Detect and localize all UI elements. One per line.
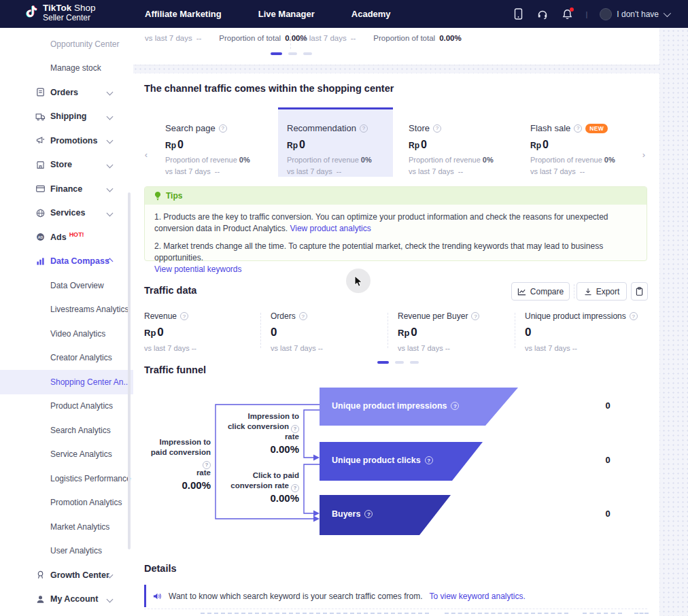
help-icon[interactable]: ? <box>425 456 433 464</box>
nav-affiliate-marketing[interactable]: Affiliate Marketing <box>145 9 222 19</box>
currency-prefix: Rp <box>165 141 176 150</box>
channel-tab-flash-sale[interactable]: Flash sale?NEW Rp0 Proportion of revenue… <box>521 107 636 177</box>
help-icon[interactable]: ? <box>630 312 638 320</box>
funnel-label-clicks: Unique product clicks? <box>332 456 433 465</box>
tab-value: 0 <box>421 139 427 150</box>
compare-button[interactable]: Compare <box>511 282 570 301</box>
sidebar-item-help-center[interactable]: ? Help Center <box>0 611 133 616</box>
help-icon[interactable]: ? <box>574 124 582 133</box>
notification-dot <box>570 7 574 12</box>
tips-panel: Tips 1. Products are the key to traffic … <box>144 186 647 261</box>
nav-live-manager[interactable]: Live Manager <box>258 9 315 19</box>
summary-trend: -- <box>196 34 202 42</box>
rate-value: 0.00% <box>143 480 211 490</box>
carousel-right-arrow[interactable]: › <box>639 137 649 171</box>
sidebar-item-finance[interactable]: Finance <box>0 177 133 201</box>
sidebar-item-video-analytics[interactable]: Video Analytics <box>0 322 133 346</box>
sidebar-item-my-account[interactable]: My Account <box>0 587 133 612</box>
funnel-value-buyers: 0 <box>596 509 620 519</box>
mobile-app-icon[interactable] <box>512 8 524 20</box>
sidebar-item-search-analytics[interactable]: Search Analytics <box>0 418 133 443</box>
pagination-dot[interactable] <box>410 361 419 364</box>
help-icon[interactable]: ? <box>180 312 188 320</box>
tab-label: Flash sale <box>530 123 570 133</box>
help-icon[interactable]: ? <box>291 425 299 433</box>
sidebar-item-product-analytics[interactable]: Product Analytics <box>0 394 133 419</box>
funnel-value-impressions: 0 <box>596 400 620 411</box>
help-icon[interactable]: ? <box>451 402 459 410</box>
export-download-icon <box>584 288 592 296</box>
sidebar-item-market-analytics[interactable]: Market Analytics <box>0 515 133 539</box>
sidebar-item-ads[interactable]: AD Ads HOT! <box>0 225 133 250</box>
sidebar-item-store[interactable]: Store <box>0 153 133 177</box>
view-product-analytics-link[interactable]: View product analytics <box>290 224 371 233</box>
pagination-dot[interactable] <box>303 52 312 55</box>
chevron-down-icon <box>664 9 671 16</box>
tiktok-shop-logo[interactable]: TikTok Shop Seller Center <box>24 3 96 22</box>
nav-academy[interactable]: Academy <box>351 9 391 19</box>
tips-line-2: 2. Market trends change all the time. To… <box>154 241 603 262</box>
tab-label: Store <box>409 123 430 133</box>
channel-tab-search-page[interactable]: Search page? Rp0 Proportion of revenue 0… <box>156 107 271 177</box>
summary-prop-value: 0.00% <box>439 34 462 42</box>
sidebar-item-shopping-center-analytics[interactable]: Shopping Center An... <box>0 370 133 394</box>
pagination-dot[interactable] <box>288 52 297 55</box>
sidebar-item-data-compass[interactable]: Data Compass <box>0 250 133 274</box>
help-icon[interactable]: ? <box>219 124 227 133</box>
funnel-connector-impression-click <box>304 410 320 458</box>
logo-title-thin: Shop <box>71 3 95 13</box>
channel-tab-store[interactable]: Store? Rp0 Proportion of revenue 0% vs l… <box>400 107 515 177</box>
view-potential-keywords-link[interactable]: View potential keywords <box>154 264 242 274</box>
clipboard-button[interactable] <box>631 282 648 301</box>
sidebar-item-service-analytics[interactable]: Service Analytics <box>0 443 133 467</box>
help-icon[interactable]: ? <box>299 312 307 320</box>
section-divider <box>144 609 647 609</box>
pagination-dot-active[interactable] <box>271 52 282 55</box>
table-skeleton-bar <box>634 613 649 614</box>
channel-tab-recommendation[interactable]: Recommendation? Rp0 Proportion of revenu… <box>278 107 393 177</box>
help-icon[interactable]: ? <box>360 124 368 133</box>
table-skeleton-bar <box>583 613 622 614</box>
details-title: Details <box>144 563 177 574</box>
currency-prefix: Rp <box>409 141 419 150</box>
help-icon[interactable]: ? <box>291 484 299 492</box>
sidebar-item-user-analytics[interactable]: User Analytics <box>0 539 133 564</box>
sidebar-item-creator-analytics[interactable]: Creator Analytics <box>0 346 133 371</box>
metric-revenue: Revenue? Rp0 vs last 7 days -- <box>144 311 260 352</box>
sidebar-item-growth-center[interactable]: Growth Center <box>0 563 133 587</box>
account-menu[interactable]: I don't have <box>600 8 669 20</box>
funnel-connector-click-paid <box>304 464 320 513</box>
summary-divider <box>290 33 291 49</box>
sidebar-item-promotions[interactable]: Promotions <box>0 129 133 153</box>
sidebar-item-services[interactable]: Services <box>0 201 133 226</box>
sidebar-item-manage-stock[interactable]: Manage stock <box>0 56 133 81</box>
help-icon[interactable]: ? <box>471 312 479 320</box>
view-keyword-analytics-link[interactable]: To view keyword analytics. <box>429 592 525 601</box>
pagination-dot-active[interactable] <box>377 361 389 364</box>
help-icon[interactable]: ? <box>433 124 441 133</box>
store-icon <box>35 160 46 170</box>
help-icon[interactable]: ? <box>364 510 373 518</box>
rate-value: 0.00% <box>218 493 299 503</box>
compare-chart-icon <box>517 288 526 296</box>
sidebar-item-logistics-performance[interactable]: Logistics Performance <box>0 466 133 491</box>
sidebar-scrollbar[interactable] <box>128 192 131 549</box>
pagination-dot[interactable] <box>395 361 404 364</box>
rate-impression-to-click: Impression to click conversion? rate 0.0… <box>218 411 299 454</box>
sidebar-item-livestreams-analytics[interactable]: Livestreams Analytics <box>0 298 133 322</box>
chevron-down-icon <box>107 89 114 96</box>
export-button[interactable]: Export <box>577 282 627 301</box>
traffic-funnel-title: Traffic funnel <box>144 364 206 375</box>
sidebar-item-shipping[interactable]: Shipping <box>0 105 133 129</box>
sidebar-item-orders[interactable]: Orders <box>0 80 133 105</box>
sidebar-item-promotion-analytics[interactable]: Promotion Analytics <box>0 491 133 515</box>
promotions-icon <box>35 135 46 146</box>
summary-pagination-dots <box>271 52 312 55</box>
carousel-left-arrow[interactable]: ‹ <box>141 137 151 171</box>
sidebar-item-opportunity-center[interactable]: Opportunity Center <box>0 32 133 56</box>
top-navbar: TikTok Shop Seller Center Affiliate Mark… <box>0 0 688 28</box>
notification-bell-icon[interactable] <box>561 8 573 20</box>
help-icon[interactable]: ? <box>203 461 211 469</box>
support-headset-icon[interactable] <box>536 8 549 20</box>
sidebar-item-data-overview[interactable]: Data Overview <box>0 273 133 298</box>
